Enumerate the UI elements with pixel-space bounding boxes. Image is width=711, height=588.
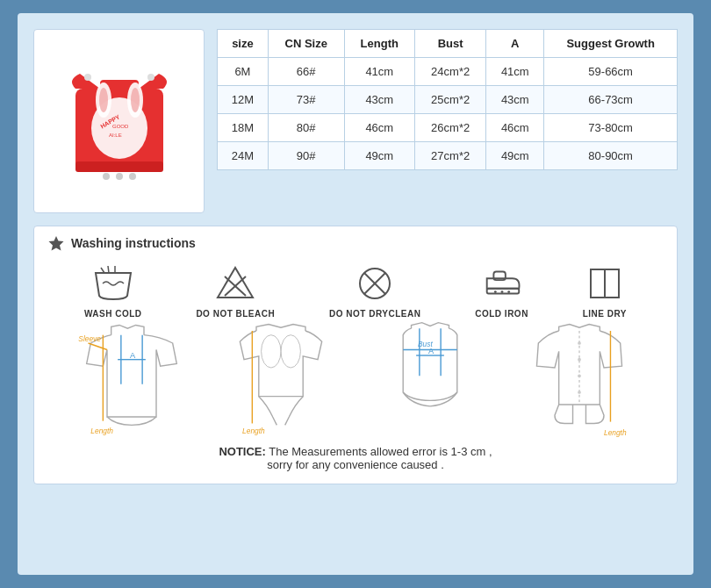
diagrams-section: Sleeve A Length: [48, 319, 663, 441]
svg-point-25: [493, 290, 496, 293]
line-dry-label: LINE DRY: [583, 309, 627, 319]
svg-text:Length: Length: [90, 427, 113, 435]
product-image: HAPPY GOOD AI:LE: [33, 29, 205, 213]
diagram-3: Bust A: [356, 319, 505, 441]
svg-point-5: [129, 173, 136, 180]
notice-text2: sorry for any convenience caused .: [267, 458, 444, 471]
table-cell: 18M: [218, 114, 269, 142]
col-header-size: size: [218, 30, 269, 58]
no-bleach-item: DO NOT BLEACH: [196, 263, 275, 319]
col-header-suggest: Suggest Growth: [544, 30, 678, 58]
table-cell: 6M: [218, 58, 269, 86]
col-header-a: A: [486, 30, 544, 58]
table-row: 18M80#46cm26cm*246cm73-80cm: [218, 114, 678, 142]
svg-rect-2: [75, 161, 163, 172]
svg-text:GOOD: GOOD: [112, 124, 129, 129]
wash-cold-item: WASH COLD: [84, 263, 142, 319]
table-cell: 24cm*2: [414, 58, 485, 86]
table-cell: 66-73cm: [544, 86, 678, 114]
cold-iron-item: COLD IRON: [475, 263, 528, 319]
table-cell: 73#: [268, 86, 344, 114]
svg-point-50: [578, 358, 581, 362]
table-cell: 49cm: [344, 142, 414, 170]
svg-line-30: [89, 343, 107, 349]
cold-iron-label: COLD IRON: [475, 309, 528, 319]
no-dryclean-icon: [353, 263, 397, 304]
table-cell: 43cm: [344, 86, 414, 114]
svg-point-9: [99, 88, 108, 112]
no-bleach-label: DO NOT BLEACH: [196, 309, 275, 319]
star-icon: [48, 235, 64, 251]
svg-point-51: [578, 374, 581, 377]
table-cell: 24M: [218, 142, 269, 170]
svg-point-4: [116, 173, 123, 180]
table-cell: 90#: [268, 142, 344, 170]
line-dry-icon: [583, 263, 627, 304]
table-cell: 73-80cm: [544, 114, 678, 142]
svg-point-14: [84, 74, 91, 81]
notice-label: NOTICE:: [219, 445, 265, 458]
top-section: HAPPY GOOD AI:LE size CN Size Length Bus…: [33, 29, 678, 213]
table-cell: 80#: [268, 114, 344, 142]
size-table: size CN Size Length Bust A Suggest Growt…: [217, 29, 678, 170]
svg-point-38: [262, 335, 281, 368]
svg-point-49: [578, 341, 581, 345]
table-row: 12M73#43cm25cm*243cm66-73cm: [218, 86, 678, 114]
table-cell: 43cm: [486, 86, 544, 114]
svg-point-27: [507, 290, 510, 293]
diagram-4: Length: [505, 319, 654, 441]
svg-point-26: [500, 290, 503, 293]
svg-text:AI:LE: AI:LE: [109, 133, 122, 138]
svg-point-15: [147, 74, 154, 81]
notice-section: NOTICE: The Measurements allowed error i…: [48, 445, 663, 471]
table-cell: 46cm: [486, 114, 544, 142]
table-cell: 27cm*2: [414, 142, 485, 170]
table-cell: 12M: [218, 86, 269, 114]
size-table-wrapper: size CN Size Length Bust A Suggest Growt…: [217, 29, 678, 170]
washing-title-text: Washing instructions: [71, 236, 196, 250]
no-dryclean-item: DO NOT DRYCLEAN: [329, 263, 420, 319]
table-cell: 66#: [268, 58, 344, 86]
washing-section: Washing instructions: [33, 226, 678, 484]
washing-title: Washing instructions: [48, 235, 663, 251]
diagram-2: Length: [206, 319, 356, 441]
table-cell: 80-90cm: [544, 142, 678, 170]
table-cell: 46cm: [344, 114, 414, 142]
line-dry-item: LINE DRY: [583, 263, 627, 319]
col-header-length: Length: [344, 30, 414, 58]
svg-point-39: [281, 335, 300, 368]
svg-text:A: A: [130, 351, 136, 360]
svg-marker-16: [49, 236, 64, 251]
main-container: HAPPY GOOD AI:LE size CN Size Length Bus…: [18, 13, 693, 575]
svg-text:Sleeve: Sleeve: [78, 334, 101, 343]
table-cell: 26cm*2: [414, 114, 485, 142]
svg-point-52: [578, 391, 581, 394]
table-row: 6M66#41cm24cm*241cm59-66cm: [218, 58, 678, 86]
svg-text:Length: Length: [242, 427, 265, 435]
col-header-cn: CN Size: [268, 30, 344, 58]
notice-text: The Measurements allowed error is 1-3 cm…: [269, 445, 492, 458]
table-cell: 49cm: [486, 142, 544, 170]
wash-cold-icon: [91, 263, 135, 304]
table-cell: 59-66cm: [544, 58, 678, 86]
table-row: 24M90#49cm27cm*249cm80-90cm: [218, 142, 678, 170]
table-cell: 25cm*2: [414, 86, 485, 114]
table-cell: 41cm: [486, 58, 544, 86]
svg-text:A: A: [428, 347, 434, 355]
diagram-1: Sleeve A Length: [57, 319, 206, 441]
svg-text:Length: Length: [604, 428, 627, 437]
table-cell: 41cm: [344, 58, 414, 86]
no-dryclean-label: DO NOT DRYCLEAN: [329, 309, 420, 319]
no-bleach-icon: [213, 263, 257, 304]
svg-point-10: [131, 88, 140, 112]
cold-iron-icon: [480, 263, 524, 304]
washing-icons-row: WASH COLD DO NOT BLEACH: [48, 263, 663, 319]
col-header-bust: Bust: [414, 30, 485, 58]
wash-cold-label: WASH COLD: [84, 309, 142, 319]
svg-point-3: [103, 173, 110, 180]
